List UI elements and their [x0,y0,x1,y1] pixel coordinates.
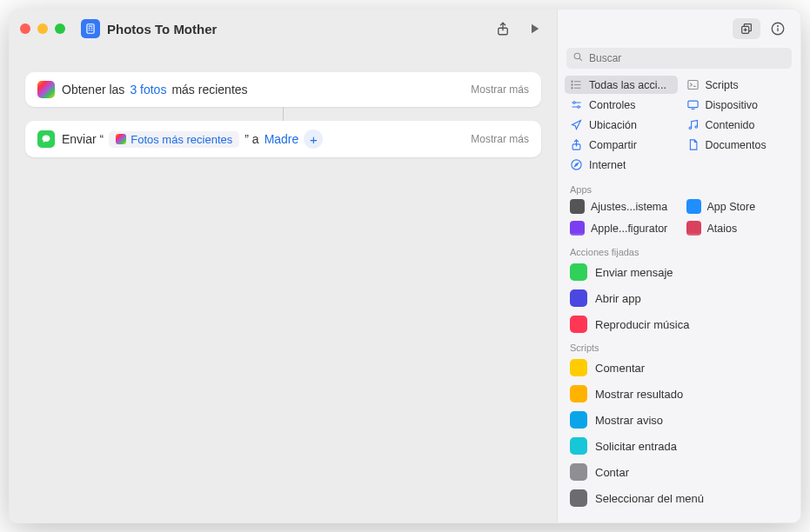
category-item[interactable]: Dispositivo [681,96,794,114]
category-label: Todas las acci... [589,79,666,91]
action-label: Seleccionar del menú [595,492,704,505]
action-list-item[interactable]: Enviar mensaje [565,259,793,285]
search-container [558,48,800,76]
category-label: Compartir [589,139,637,151]
svg-point-28 [689,127,692,130]
category-item[interactable]: Todas las acci... [565,76,678,94]
search-input[interactable] [566,48,792,69]
svg-point-18 [572,88,572,89]
title-bar: Photos To Mother [10,10,557,48]
variable-name: Fotos más recientes [131,133,232,146]
category-item[interactable]: Contenido [681,116,794,134]
app-label: Ataios [707,223,789,235]
show-more-button[interactable]: Mostrar más [471,83,529,96]
action-label: Mostrar aviso [595,414,663,427]
action-list-item[interactable]: Contar [565,459,793,485]
apps-grid: Ajustes...istemaApp StoreApple...figurat… [558,196,800,242]
category-item[interactable]: Ubicación [565,116,678,134]
app-item[interactable]: Ataios [681,218,794,238]
svg-rect-4 [89,30,90,30]
svg-rect-2 [89,28,90,29]
show-more-button[interactable]: Mostrar más [471,133,529,145]
category-item[interactable]: Scripts [681,76,794,94]
action-send-message[interactable]: Enviar “ Fotos más recientes ” a Madre +… [25,121,541,157]
add-recipient-button[interactable]: + [304,130,323,149]
app-item[interactable]: Ajustes...istema [565,196,678,216]
action-icon [570,411,587,429]
apps-section-label: Apps [558,179,800,196]
action-text: ” a [244,132,258,146]
shortcut-icon [81,19,100,38]
messages-icon [37,130,55,148]
safari-icon [570,158,583,171]
svg-line-12 [579,58,582,61]
app-item[interactable]: App Store [681,196,794,216]
doc-icon [686,138,700,151]
library-toolbar [558,10,800,48]
app-label: Apple...figurator [591,223,673,235]
svg-point-23 [578,106,580,109]
minimize-button[interactable] [37,23,48,34]
library-toggle-button[interactable] [733,18,760,39]
action-connector [283,107,284,121]
category-item[interactable]: Controles [565,96,678,114]
recipient-token[interactable]: Madre [264,132,299,146]
svg-rect-1 [89,26,93,27]
action-label: Enviar mensaje [595,266,673,279]
action-list-item[interactable]: Reproducir música [565,311,793,337]
action-list-item[interactable]: Mostrar resultado [565,381,793,407]
svg-rect-5 [91,30,93,30]
library-scroll: Todas las acci...ScriptsControlesDisposi… [558,76,800,522]
app-label: Ajustes...istema [591,201,673,213]
close-button[interactable] [20,23,30,34]
app-icon [570,221,585,236]
run-button[interactable] [522,17,546,40]
app-item[interactable]: Apple...figurator [565,218,678,238]
search-icon [572,50,584,66]
photo-count-token[interactable]: 3 fotos [130,83,166,96]
category-label: Controles [589,99,636,111]
pinned-list: Enviar mensajeAbrir appReproducir música [558,259,800,337]
action-label: Abrir app [595,292,641,305]
traffic-lights [20,23,65,34]
action-list-item[interactable]: Comentar [565,355,793,381]
app-icon [570,199,585,214]
music-icon [686,118,700,131]
svg-rect-19 [687,81,697,90]
photos-icon [37,81,55,98]
svg-rect-3 [91,28,93,29]
maximize-button[interactable] [55,23,65,34]
share-button[interactable] [491,17,515,40]
editor-pane: Photos To Mother Obtener las 3 fotos más… [10,10,557,522]
sliders-icon [570,98,583,111]
category-item[interactable]: Internet [565,156,678,174]
action-icon [570,385,587,402]
action-text: Obtener las [62,83,124,96]
scripts-list: ComentarMostrar resultadoMostrar avisoSo… [558,355,800,511]
action-label: Mostrar resultado [595,388,683,401]
app-label: App Store [707,201,789,213]
terminal-icon [686,78,700,91]
svg-point-10 [778,26,779,27]
action-icon [570,437,587,455]
location-icon [570,118,583,131]
action-label: Solicitar entrada [595,440,677,453]
action-icon [570,289,587,307]
window-title: Photos To Mother [107,22,217,37]
action-get-photos[interactable]: Obtener las 3 fotos más recientes Mostra… [25,72,541,107]
action-list-item[interactable]: Abrir app [565,285,793,311]
pinned-section-label: Acciones fijadas [558,242,800,259]
category-label: Contenido [706,119,755,131]
photos-variable-icon [116,134,126,144]
category-item[interactable]: Documentos [681,136,794,154]
variable-token[interactable]: Fotos más recientes [109,131,239,148]
app-window: Photos To Mother Obtener las 3 fotos más… [9,9,801,523]
action-list-item[interactable]: Solicitar entrada [565,433,793,459]
action-list-item[interactable]: Seleccionar del menú [565,485,793,511]
action-list-item[interactable]: Mostrar aviso [565,407,793,433]
action-text: Enviar “ [62,132,104,146]
workflow-canvas[interactable]: Obtener las 3 fotos más recientes Mostra… [10,48,557,522]
category-item[interactable]: Compartir [565,136,678,154]
info-button[interactable] [766,17,790,40]
action-icon [570,359,587,376]
